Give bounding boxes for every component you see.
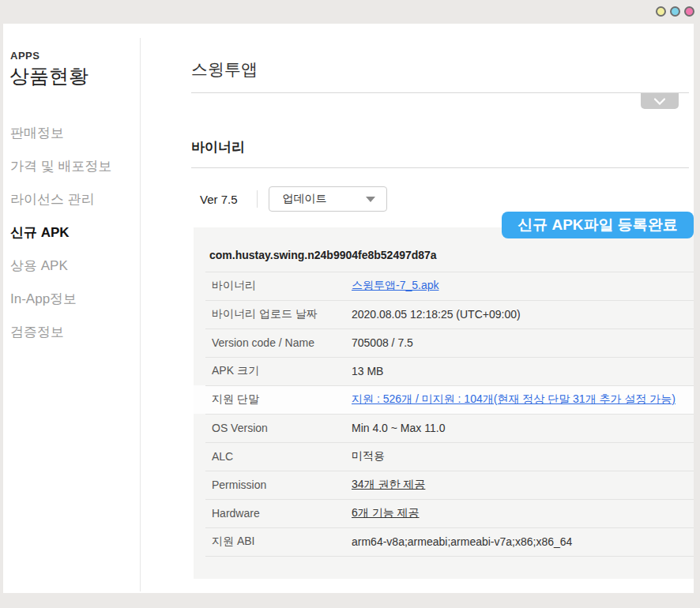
row-value: 미적용 (352, 449, 385, 464)
row-value: Min 4.0 ~ Max 11.0 (352, 422, 445, 434)
row-label: Version code / Name (194, 336, 352, 349)
status-badge: 신규 APK파일 등록완료 (502, 212, 694, 238)
title-divider (191, 92, 689, 93)
sidebar-item-new-apk[interactable]: 신규 APK (10, 216, 133, 249)
sidebar-title: 상품현황 (9, 65, 88, 87)
section-divider (191, 167, 689, 168)
permission-link[interactable]: 34개 권한 제공 (352, 478, 425, 490)
table-row-permission: Permission 34개 권한 제공 (194, 471, 694, 499)
row-label: OS Version (194, 422, 352, 434)
table-row-hardware: Hardware 6개 기능 제공 (194, 499, 694, 527)
sidebar-menu: 판매정보 가격 및 배포정보 라이선스 관리 신규 APK 상용 APK In-… (10, 116, 133, 348)
row-label: Hardware (194, 507, 352, 520)
row-label: APK 크기 (194, 364, 352, 378)
supported-devices-link[interactable]: 지원 : 526개 / 미지원 : 104개(현재 정상 단말 31개 추가 설… (352, 392, 676, 405)
sidebar: APPS 상품현황 판매정보 가격 및 배포정보 라이선스 관리 신규 APK … (3, 24, 141, 593)
row-value: 13 MB (352, 365, 383, 377)
row-label: ALC (194, 450, 352, 463)
row-label: 지원 단말 (194, 392, 352, 407)
version-row: Ver 7.5 업데이트 (191, 186, 387, 212)
table-row-alc: ALC 미적용 (194, 442, 694, 471)
hardware-link[interactable]: 6개 기능 제공 (352, 506, 420, 519)
table-row-os-version: OS Version Min 4.0 ~ Max 11.0 (194, 414, 694, 442)
sidebar-item-sales-info[interactable]: 판매정보 (10, 116, 133, 149)
table-row-supported-devices: 지원 단말 지원 : 526개 / 미지원 : 104개(현재 정상 단말 31… (194, 385, 694, 414)
apk-info-table: com.hustay.swing.n24b9904fe8b52497d87a 바… (194, 227, 694, 579)
window-dot-yellow-icon[interactable] (656, 6, 666, 17)
main-content: 스윙투앱 바이너리 Ver 7.5 업데이트 신규 APK파일 등록완료 com… (188, 24, 689, 593)
vertical-divider (257, 190, 258, 208)
table-row-version-code: Version code / Name 705008 / 7.5 (194, 328, 694, 357)
dropdown-caret-icon (366, 197, 375, 202)
table-row-binary: 바이너리 스윙투앱-7_5.apk (194, 272, 694, 300)
row-value: 705008 / 7.5 (352, 336, 413, 349)
chevron-down-icon (654, 94, 665, 108)
sidebar-item-price-distribution[interactable]: 가격 및 배포정보 (10, 149, 133, 182)
row-value: arm64-v8a;armeabi;armeabi-v7a;x86;x86_64 (352, 535, 572, 548)
status-dropdown[interactable]: 업데이트 (269, 186, 387, 212)
apk-file-link[interactable]: 스윙투앱-7_5.apk (352, 279, 438, 291)
page-title: 스윙투앱 (191, 58, 258, 81)
window-controls (656, 6, 694, 17)
collapse-button[interactable] (641, 93, 679, 109)
table-row-apk-size: APK 크기 13 MB (194, 357, 694, 385)
sidebar-item-inapp-info[interactable]: In-App정보 (10, 282, 133, 315)
status-dropdown-value: 업데이트 (283, 192, 327, 206)
content-panel: APPS 상품현황 판매정보 가격 및 배포정보 라이선스 관리 신규 APK … (3, 24, 694, 593)
row-label: Permission (194, 479, 352, 491)
window-dot-pink-icon[interactable] (684, 6, 694, 17)
sidebar-eyebrow: APPS (10, 50, 40, 62)
sidebar-item-license-management[interactable]: 라이선스 관리 (10, 182, 133, 216)
sidebar-item-commercial-apk[interactable]: 상용 APK (10, 249, 133, 282)
version-label: Ver 7.5 (200, 193, 238, 206)
table-row-supported-abi: 지원 ABI arm64-v8a;armeabi;armeabi-v7a;x86… (194, 527, 694, 556)
row-value: 2020.08.05 12:18:25 (UTC+09:00) (352, 308, 521, 321)
screen: APPS 상품현황 판매정보 가격 및 배포정보 라이선스 관리 신규 APK … (0, 0, 700, 608)
table-footer-spacer (194, 556, 694, 579)
sidebar-item-verification-info[interactable]: 검증정보 (10, 315, 133, 348)
row-label: 바이너리 (194, 279, 352, 293)
row-label: 바이너리 업로드 날짜 (194, 307, 352, 321)
row-label: 지원 ABI (194, 535, 352, 549)
window-dot-cyan-icon[interactable] (670, 6, 680, 17)
section-title-binary: 바이너리 (191, 138, 245, 156)
table-row-upload-date: 바이너리 업로드 날짜 2020.08.05 12:18:25 (UTC+09:… (194, 300, 694, 328)
